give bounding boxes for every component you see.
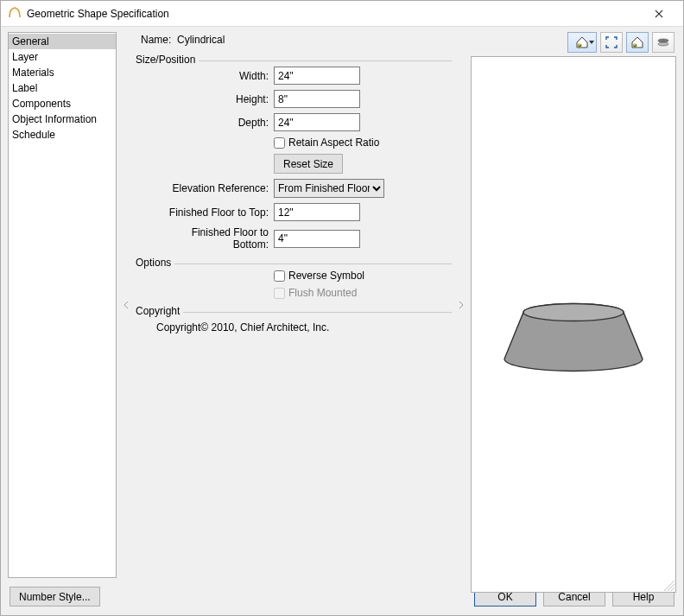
fit-view-button[interactable]: [600, 32, 623, 53]
sidebar-item-schedule[interactable]: Schedule: [9, 127, 116, 143]
house-color-icon: [630, 35, 644, 49]
category-sidebar: General Layer Materials Label Components…: [8, 32, 117, 578]
dialog-window: Geometric Shape Specification General La…: [0, 0, 684, 616]
height-label: Height:: [160, 93, 274, 105]
preview-column: [471, 32, 676, 578]
layers-icon: [656, 37, 670, 48]
copyright-group: Copyright Copyright© 2010, Chief Archite…: [136, 312, 452, 333]
width-label: Width:: [160, 70, 274, 82]
finished-floor-bottom-input[interactable]: [274, 230, 360, 248]
close-icon: [655, 10, 663, 18]
sidebar-resize-handle[interactable]: [124, 32, 129, 578]
number-style-button[interactable]: Number Style...: [10, 587, 100, 606]
preview-resize-handle[interactable]: [459, 32, 464, 578]
sidebar-item-materials[interactable]: Materials: [9, 65, 116, 80]
resize-grip-icon[interactable]: [664, 581, 674, 591]
retain-aspect-label: Retain Aspect Ratio: [288, 137, 379, 149]
retain-aspect-wrapper[interactable]: Retain Aspect Ratio: [274, 137, 379, 149]
sidebar-item-label[interactable]: Label: [9, 80, 116, 96]
window-title: Geometric Shape Specification: [27, 8, 642, 20]
reset-size-button[interactable]: Reset Size: [274, 154, 343, 174]
dialog-body: General Layer Materials Label Components…: [1, 27, 683, 581]
preview-viewport[interactable]: [471, 56, 676, 593]
height-input[interactable]: [274, 90, 360, 108]
finished-floor-bottom-label: Finished Floor to Bottom:: [160, 226, 274, 251]
depth-input[interactable]: [274, 113, 360, 131]
sidebar-item-components[interactable]: Components: [9, 96, 116, 111]
view-mode-dropdown[interactable]: [567, 32, 597, 53]
house-check-icon: [575, 35, 589, 49]
name-label: Name:: [141, 34, 177, 46]
retain-aspect-checkbox[interactable]: [274, 137, 285, 149]
flush-mounted-label: Flush Mounted: [288, 287, 357, 299]
options-legend: Options: [136, 257, 174, 269]
sidebar-item-general[interactable]: General: [9, 34, 116, 49]
preview-toolbar: [471, 32, 676, 53]
color-view-button[interactable]: [626, 32, 649, 53]
title-bar: Geometric Shape Specification: [1, 1, 683, 27]
depth-label: Depth:: [160, 117, 274, 129]
sidebar-item-object-information[interactable]: Object Information: [9, 111, 116, 127]
size-position-legend: Size/Position: [136, 54, 199, 66]
name-value: Cylindrical: [177, 34, 225, 46]
flush-mounted-checkbox: [274, 288, 285, 299]
options-group: Options Reverse Symbol Flush Mounte: [136, 264, 452, 304]
elevation-reference-select[interactable]: From Finished Floor: [274, 179, 384, 198]
layers-view-button[interactable]: [652, 32, 674, 53]
shape-preview-icon: [472, 57, 675, 592]
close-button[interactable]: [642, 2, 676, 26]
svg-point-4: [523, 304, 624, 321]
svg-point-2: [658, 39, 668, 42]
sidebar-item-layer[interactable]: Layer: [9, 49, 116, 65]
copyright-text: Copyright© 2010, Chief Architect, Inc.: [136, 318, 452, 333]
finished-floor-top-input[interactable]: [274, 203, 360, 221]
svg-point-3: [658, 42, 668, 46]
copyright-legend: Copyright: [136, 305, 183, 317]
expand-icon: [605, 36, 618, 48]
finished-floor-top-label: Finished Floor to Top:: [160, 206, 274, 219]
flush-mounted-wrapper: Flush Mounted: [274, 287, 357, 299]
chevron-down-icon: [589, 41, 594, 44]
size-position-group: Size/Position Width: Height: Depth:: [136, 60, 452, 256]
name-row: Name: Cylindrical: [141, 34, 452, 46]
app-icon: [8, 5, 22, 22]
width-input[interactable]: [274, 67, 360, 85]
main-panel: Name: Cylindrical Size/Position Width: H…: [136, 32, 452, 578]
reverse-symbol-wrapper[interactable]: Reverse Symbol: [274, 270, 364, 282]
reverse-symbol-checkbox[interactable]: [274, 270, 285, 282]
elevation-reference-label: Elevation Reference:: [160, 182, 274, 194]
reverse-symbol-label: Reverse Symbol: [288, 270, 364, 282]
